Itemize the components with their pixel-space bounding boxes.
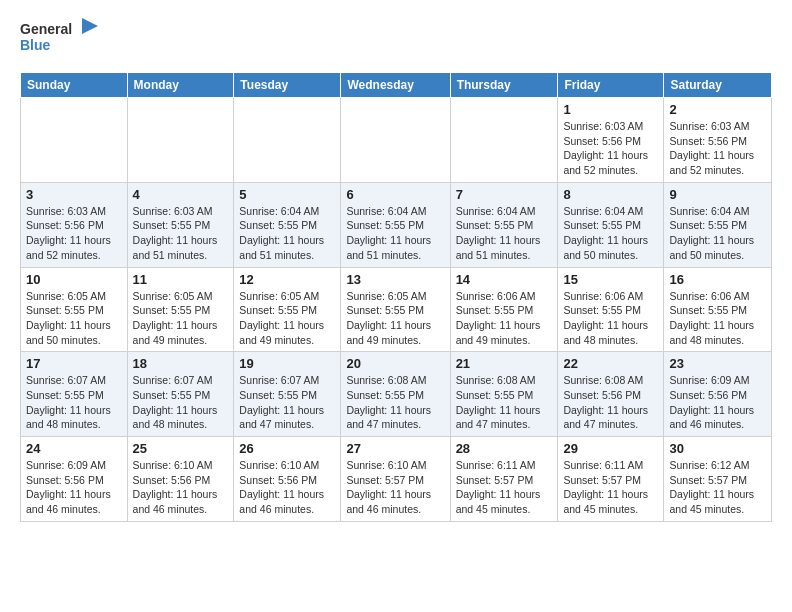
day-number: 22: [563, 356, 658, 371]
day-number: 3: [26, 187, 122, 202]
calendar-cell: 11Sunrise: 6:05 AM Sunset: 5:55 PM Dayli…: [127, 267, 234, 352]
day-info: Sunrise: 6:07 AM Sunset: 5:55 PM Dayligh…: [239, 373, 335, 432]
calendar-cell: 24Sunrise: 6:09 AM Sunset: 5:56 PM Dayli…: [21, 437, 128, 522]
calendar-cell: 16Sunrise: 6:06 AM Sunset: 5:55 PM Dayli…: [664, 267, 772, 352]
calendar-table: SundayMondayTuesdayWednesdayThursdayFrid…: [20, 72, 772, 522]
calendar-day-header: Friday: [558, 73, 664, 98]
calendar-day-header: Tuesday: [234, 73, 341, 98]
calendar-day-header: Thursday: [450, 73, 558, 98]
day-number: 23: [669, 356, 766, 371]
day-number: 9: [669, 187, 766, 202]
calendar-cell: [21, 98, 128, 183]
day-number: 16: [669, 272, 766, 287]
day-number: 7: [456, 187, 553, 202]
day-info: Sunrise: 6:05 AM Sunset: 5:55 PM Dayligh…: [26, 289, 122, 348]
day-number: 15: [563, 272, 658, 287]
calendar-cell: 20Sunrise: 6:08 AM Sunset: 5:55 PM Dayli…: [341, 352, 450, 437]
calendar-cell: 30Sunrise: 6:12 AM Sunset: 5:57 PM Dayli…: [664, 437, 772, 522]
day-info: Sunrise: 6:08 AM Sunset: 5:56 PM Dayligh…: [563, 373, 658, 432]
day-number: 10: [26, 272, 122, 287]
calendar-cell: 9Sunrise: 6:04 AM Sunset: 5:55 PM Daylig…: [664, 182, 772, 267]
calendar-cell: 12Sunrise: 6:05 AM Sunset: 5:55 PM Dayli…: [234, 267, 341, 352]
calendar-cell: 6Sunrise: 6:04 AM Sunset: 5:55 PM Daylig…: [341, 182, 450, 267]
day-number: 26: [239, 441, 335, 456]
calendar-day-header: Sunday: [21, 73, 128, 98]
day-info: Sunrise: 6:10 AM Sunset: 5:56 PM Dayligh…: [133, 458, 229, 517]
day-number: 29: [563, 441, 658, 456]
day-number: 5: [239, 187, 335, 202]
calendar-cell: [341, 98, 450, 183]
calendar-cell: 10Sunrise: 6:05 AM Sunset: 5:55 PM Dayli…: [21, 267, 128, 352]
calendar-cell: 27Sunrise: 6:10 AM Sunset: 5:57 PM Dayli…: [341, 437, 450, 522]
calendar-week-row: 1Sunrise: 6:03 AM Sunset: 5:56 PM Daylig…: [21, 98, 772, 183]
day-info: Sunrise: 6:10 AM Sunset: 5:57 PM Dayligh…: [346, 458, 444, 517]
day-info: Sunrise: 6:09 AM Sunset: 5:56 PM Dayligh…: [669, 373, 766, 432]
day-info: Sunrise: 6:03 AM Sunset: 5:56 PM Dayligh…: [26, 204, 122, 263]
day-info: Sunrise: 6:05 AM Sunset: 5:55 PM Dayligh…: [133, 289, 229, 348]
day-info: Sunrise: 6:04 AM Sunset: 5:55 PM Dayligh…: [346, 204, 444, 263]
calendar-cell: 15Sunrise: 6:06 AM Sunset: 5:55 PM Dayli…: [558, 267, 664, 352]
day-info: Sunrise: 6:10 AM Sunset: 5:56 PM Dayligh…: [239, 458, 335, 517]
day-info: Sunrise: 6:06 AM Sunset: 5:55 PM Dayligh…: [456, 289, 553, 348]
day-number: 6: [346, 187, 444, 202]
day-info: Sunrise: 6:03 AM Sunset: 5:56 PM Dayligh…: [563, 119, 658, 178]
calendar-cell: 14Sunrise: 6:06 AM Sunset: 5:55 PM Dayli…: [450, 267, 558, 352]
calendar-cell: 26Sunrise: 6:10 AM Sunset: 5:56 PM Dayli…: [234, 437, 341, 522]
svg-text:General: General: [20, 21, 72, 37]
calendar-week-row: 24Sunrise: 6:09 AM Sunset: 5:56 PM Dayli…: [21, 437, 772, 522]
calendar-cell: 25Sunrise: 6:10 AM Sunset: 5:56 PM Dayli…: [127, 437, 234, 522]
page: General Blue SundayMondayTuesdayWednesda…: [0, 0, 792, 538]
calendar-cell: [450, 98, 558, 183]
calendar-cell: 23Sunrise: 6:09 AM Sunset: 5:56 PM Dayli…: [664, 352, 772, 437]
day-number: 14: [456, 272, 553, 287]
day-info: Sunrise: 6:05 AM Sunset: 5:55 PM Dayligh…: [346, 289, 444, 348]
day-number: 1: [563, 102, 658, 117]
calendar-day-header: Saturday: [664, 73, 772, 98]
day-number: 21: [456, 356, 553, 371]
logo-icon: General Blue: [20, 16, 100, 60]
calendar-cell: 21Sunrise: 6:08 AM Sunset: 5:55 PM Dayli…: [450, 352, 558, 437]
day-number: 28: [456, 441, 553, 456]
day-number: 30: [669, 441, 766, 456]
calendar-week-row: 17Sunrise: 6:07 AM Sunset: 5:55 PM Dayli…: [21, 352, 772, 437]
logo-area: General Blue: [20, 16, 100, 64]
day-info: Sunrise: 6:04 AM Sunset: 5:55 PM Dayligh…: [456, 204, 553, 263]
day-number: 18: [133, 356, 229, 371]
day-info: Sunrise: 6:12 AM Sunset: 5:57 PM Dayligh…: [669, 458, 766, 517]
day-number: 27: [346, 441, 444, 456]
day-info: Sunrise: 6:04 AM Sunset: 5:55 PM Dayligh…: [239, 204, 335, 263]
day-number: 19: [239, 356, 335, 371]
day-info: Sunrise: 6:03 AM Sunset: 5:56 PM Dayligh…: [669, 119, 766, 178]
day-number: 8: [563, 187, 658, 202]
calendar-cell: [127, 98, 234, 183]
calendar-cell: 3Sunrise: 6:03 AM Sunset: 5:56 PM Daylig…: [21, 182, 128, 267]
day-info: Sunrise: 6:11 AM Sunset: 5:57 PM Dayligh…: [456, 458, 553, 517]
calendar-cell: 5Sunrise: 6:04 AM Sunset: 5:55 PM Daylig…: [234, 182, 341, 267]
day-number: 20: [346, 356, 444, 371]
day-info: Sunrise: 6:04 AM Sunset: 5:55 PM Dayligh…: [563, 204, 658, 263]
svg-text:Blue: Blue: [20, 37, 51, 53]
day-info: Sunrise: 6:03 AM Sunset: 5:55 PM Dayligh…: [133, 204, 229, 263]
calendar-day-header: Wednesday: [341, 73, 450, 98]
day-number: 2: [669, 102, 766, 117]
calendar-cell: 18Sunrise: 6:07 AM Sunset: 5:55 PM Dayli…: [127, 352, 234, 437]
day-info: Sunrise: 6:08 AM Sunset: 5:55 PM Dayligh…: [456, 373, 553, 432]
calendar-cell: 17Sunrise: 6:07 AM Sunset: 5:55 PM Dayli…: [21, 352, 128, 437]
day-number: 13: [346, 272, 444, 287]
day-info: Sunrise: 6:04 AM Sunset: 5:55 PM Dayligh…: [669, 204, 766, 263]
header: General Blue: [20, 16, 772, 64]
day-info: Sunrise: 6:07 AM Sunset: 5:55 PM Dayligh…: [133, 373, 229, 432]
day-number: 17: [26, 356, 122, 371]
calendar-cell: 19Sunrise: 6:07 AM Sunset: 5:55 PM Dayli…: [234, 352, 341, 437]
calendar-cell: 22Sunrise: 6:08 AM Sunset: 5:56 PM Dayli…: [558, 352, 664, 437]
day-info: Sunrise: 6:09 AM Sunset: 5:56 PM Dayligh…: [26, 458, 122, 517]
day-number: 25: [133, 441, 229, 456]
calendar-cell: 1Sunrise: 6:03 AM Sunset: 5:56 PM Daylig…: [558, 98, 664, 183]
calendar-cell: 2Sunrise: 6:03 AM Sunset: 5:56 PM Daylig…: [664, 98, 772, 183]
day-number: 4: [133, 187, 229, 202]
calendar-header-row: SundayMondayTuesdayWednesdayThursdayFrid…: [21, 73, 772, 98]
calendar-cell: 4Sunrise: 6:03 AM Sunset: 5:55 PM Daylig…: [127, 182, 234, 267]
calendar-week-row: 3Sunrise: 6:03 AM Sunset: 5:56 PM Daylig…: [21, 182, 772, 267]
day-info: Sunrise: 6:06 AM Sunset: 5:55 PM Dayligh…: [563, 289, 658, 348]
day-number: 24: [26, 441, 122, 456]
